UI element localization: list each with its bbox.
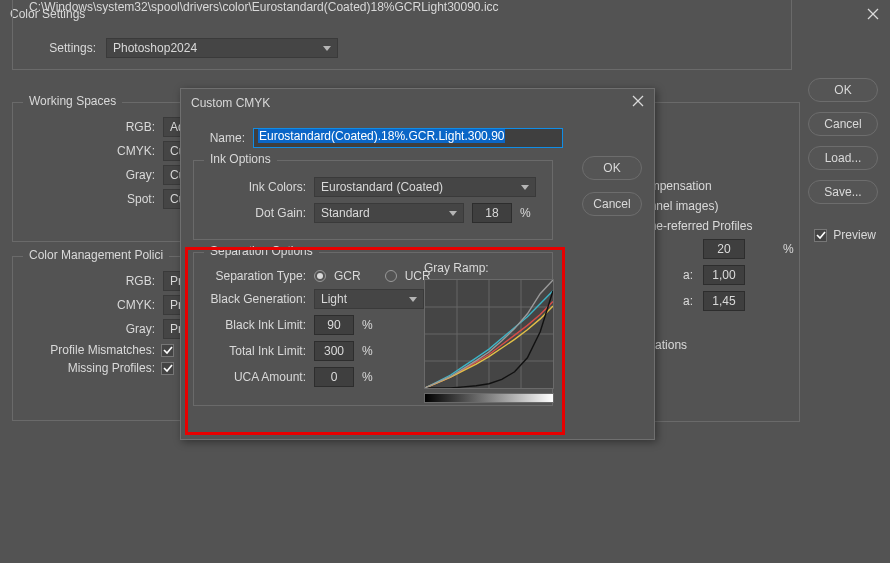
uca-pct: % — [362, 370, 373, 384]
ok-button[interactable]: OK — [808, 78, 878, 102]
rgb-label: RGB: — [25, 120, 155, 134]
load-button[interactable]: Load... — [808, 146, 878, 170]
gray-ramp-label: Gray Ramp: — [424, 261, 564, 275]
description-text: Eurostandard(Coated).18%.GCR.Light.300.9… — [25, 0, 779, 19]
black-gen-label: Black Generation: — [206, 292, 306, 306]
cancel-button[interactable]: Cancel — [808, 112, 878, 136]
blend-cmyk-value[interactable]: 1,45 — [703, 291, 745, 311]
dot-gain-dropdown[interactable]: Standard — [314, 203, 464, 223]
gcr-radio[interactable] — [314, 270, 326, 282]
pol-rgb-label: RGB: — [25, 274, 155, 288]
gradient-bar — [424, 393, 554, 403]
modal-cancel-button[interactable]: Cancel — [582, 192, 642, 216]
ink-colors-dropdown[interactable]: Eurostandard (Coated) — [314, 177, 536, 197]
separation-options-legend: Separation Options — [204, 244, 319, 258]
black-ink-value[interactable]: 90 — [314, 315, 354, 335]
preview-label: Preview — [833, 228, 876, 242]
pol-cmyk-label: CMYK: — [25, 298, 155, 312]
black-ink-label: Black Ink Limit: — [206, 318, 306, 332]
dot-gain-label: Dot Gain: — [206, 206, 306, 220]
ink-options-group: Ink Options Ink Colors: Eurostandard (Co… — [193, 160, 553, 240]
ask-missing-checkbox[interactable] — [161, 362, 174, 375]
ink-options-legend: Ink Options — [204, 152, 277, 166]
total-ink-value[interactable]: 300 — [314, 341, 354, 361]
preview-checkbox[interactable] — [814, 229, 827, 242]
profile-mismatches-label: Profile Mismatches: — [25, 343, 155, 357]
uca-label: UCA Amount: — [206, 370, 306, 384]
ask-open-checkbox[interactable] — [161, 344, 174, 357]
separation-options-group: Separation Options Separation Type: GCR … — [193, 252, 553, 406]
pct1: % — [783, 242, 803, 256]
policies-legend: Color Management Polici — [23, 248, 169, 262]
modal-title: Custom CMYK — [191, 96, 270, 110]
gray-label: Gray: — [25, 168, 155, 182]
dither-text: annel images) — [643, 199, 787, 213]
missing-profiles-label: Missing Profiles: — [25, 361, 155, 375]
working-spaces-legend: Working Spaces — [23, 94, 122, 108]
bpc-text: empensation — [643, 179, 787, 193]
cmyk-label: CMYK: — [25, 144, 155, 158]
gray-ramp-chart — [424, 279, 554, 389]
name-label: Name: — [193, 131, 245, 145]
name-input[interactable]: Eurostandard(Coated).18%.GCR.Light.300.9… — [253, 128, 563, 148]
pol-gray-label: Gray: — [25, 322, 155, 336]
ink-colors-label: Ink Colors: — [206, 180, 306, 194]
save-button[interactable]: Save... — [808, 180, 878, 204]
total-ink-pct: % — [362, 344, 373, 358]
comp-text: ene-referred Profiles — [643, 219, 787, 233]
description-group: Description Eurostandard(Coated).18%.GCR… — [12, 0, 792, 70]
modal-ok-button[interactable]: OK — [582, 156, 642, 180]
ucr-radio[interactable] — [385, 270, 397, 282]
black-gen-dropdown[interactable]: Light — [314, 289, 424, 309]
blend-rgb-value[interactable]: 1,00 — [703, 265, 745, 285]
dot-gain-pct: % — [520, 206, 531, 220]
total-ink-label: Total Ink Limit: — [206, 344, 306, 358]
custom-cmyk-dialog: Custom CMYK Name: Eurostandard(Coated).1… — [180, 88, 655, 440]
close-icon[interactable] — [866, 7, 880, 21]
black-ink-pct: % — [362, 318, 373, 332]
modal-close-icon[interactable] — [632, 95, 644, 110]
desat-value[interactable]: 20 — [703, 239, 745, 259]
spot-label: Spot: — [25, 192, 155, 206]
dot-gain-value[interactable]: 18 — [472, 203, 512, 223]
gcr-label: GCR — [334, 269, 361, 283]
uca-value[interactable]: 0 — [314, 367, 354, 387]
separation-type-label: Separation Type: — [206, 269, 306, 283]
